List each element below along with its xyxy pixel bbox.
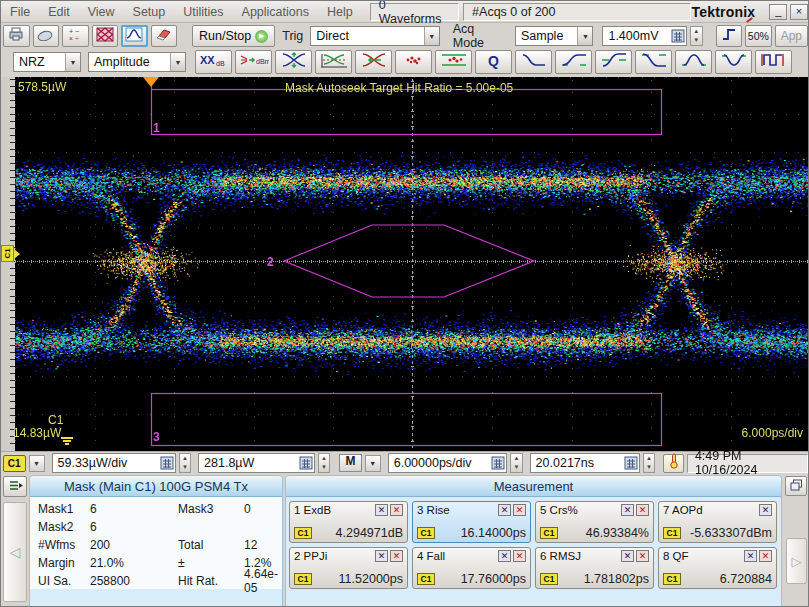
stats-icon[interactable]: ✕ [498, 550, 511, 562]
panel-collapse-button[interactable]: ◁ [3, 502, 27, 602]
jitter-pp-button[interactable] [395, 50, 432, 74]
mask-row-value: 200 [90, 538, 178, 552]
measurement-cell-qf[interactable]: 8 QF✕✕ C16.720884 [658, 547, 777, 589]
panel-copy-button[interactable] [785, 476, 807, 496]
horizontal-scale-spinner[interactable]: ▲▼ [510, 453, 522, 473]
mask-row-value: 12 [244, 538, 278, 552]
mask-panel-title[interactable]: Mask (Main C1) 100G PSM4 Tx [30, 476, 282, 497]
keypad-icon[interactable] [624, 456, 638, 470]
measurement-toolbar: NRZ ▼ Amplitude ▼ XXdB dBm Q [1, 49, 809, 77]
timebase-badge[interactable]: M [339, 454, 362, 472]
trigger-level-spinner[interactable]: ▲▼ [690, 26, 703, 46]
stats-icon[interactable]: ✕ [759, 504, 772, 516]
measurement-cell-fall[interactable]: 4 Fall✕✕ C117.76000ps [412, 547, 531, 589]
acquisition-count: #Acqs 0 of 200 [463, 3, 691, 21]
mask-row-label: Margin [38, 556, 90, 570]
acq-mode-select[interactable]: Sample ▼ [515, 26, 593, 46]
measurement-cell-rise[interactable]: 3 Rise✕✕ C116.14000ps [412, 501, 531, 543]
timebase-dropdown[interactable]: ▼ [365, 455, 381, 472]
channel-select-badge[interactable]: C1 [3, 455, 26, 472]
trigger-position-marker[interactable] [143, 77, 159, 87]
menu-help[interactable]: Help [318, 5, 362, 19]
menu-setup[interactable]: Setup [124, 5, 175, 19]
channel-dropdown[interactable]: ▼ [29, 455, 45, 472]
close-button[interactable]: × [790, 4, 808, 20]
annotation-icon[interactable]: ✕ [390, 550, 403, 562]
vertical-scale-input[interactable]: 59.33µW/div [52, 453, 176, 473]
app-button[interactable]: App [775, 25, 808, 47]
channel-reference-marker[interactable]: C1 [1, 245, 14, 262]
measurement-cell-aopd[interactable]: 7 AOPd✕ C1-5.633307dBm [658, 501, 777, 543]
fall-time-button[interactable] [515, 50, 552, 74]
q-factor-button[interactable]: Q [475, 50, 512, 74]
ext-ratio-db-button[interactable]: XXdB [195, 50, 232, 74]
pos-pulse-button[interactable] [675, 50, 712, 74]
menu-view[interactable]: View [79, 5, 124, 19]
svg-text:+ −: + − [69, 28, 79, 35]
stats-icon[interactable]: ✕ [621, 550, 634, 562]
crossing-percent-button[interactable] [315, 50, 352, 74]
panel-expand-button[interactable]: ▷ [786, 538, 807, 584]
stats-icon[interactable]: ✕ [498, 504, 511, 516]
positive-pulse-icon [680, 52, 708, 72]
annotation-icon[interactable]: ✕ [513, 504, 526, 516]
jitter-rms-button[interactable] [435, 50, 472, 74]
annotation-icon[interactable]: ✕ [759, 550, 772, 562]
copy-screen-button[interactable] [33, 25, 60, 47]
menu-file[interactable]: File [1, 5, 39, 19]
annotation-icon[interactable]: ✕ [513, 550, 526, 562]
eye-width-button[interactable] [355, 50, 392, 74]
avg-optical-power-button[interactable]: dBm [235, 50, 272, 74]
measurement-panel-title[interactable]: Measurement [286, 476, 781, 497]
measurement-cell-exdb[interactable]: 1 ExdB✕✕ C14.294971dB [289, 501, 408, 543]
stats-icon[interactable]: ✕ [375, 504, 388, 516]
print-button[interactable] [3, 25, 30, 47]
measure-category-select[interactable]: Amplitude ▼ [88, 52, 186, 72]
keypad-icon[interactable] [299, 456, 313, 470]
set-to-50pct-button[interactable]: 50% [745, 25, 772, 47]
measurement-cell-rmsj[interactable]: 6 RMSJ✕✕ C11.781802ps [535, 547, 654, 589]
keypad-icon[interactable] [160, 456, 174, 470]
annotation-icon[interactable]: ✕ [636, 550, 649, 562]
horizontal-position-spinner[interactable]: ▲▼ [643, 453, 655, 473]
horizontal-position-input[interactable]: 20.0217ns [530, 453, 640, 473]
vertical-offset-input[interactable]: 281.8µW [198, 453, 315, 473]
neg-pulse-button[interactable] [715, 50, 752, 74]
menu-applications[interactable]: Applications [233, 5, 318, 19]
run-stop-button[interactable]: Run/Stop ▶ [192, 25, 275, 47]
vertical-offset-spinner[interactable]: ▲▼ [318, 453, 330, 473]
rise-time-mid-ref-button[interactable] [595, 50, 632, 74]
menu-edit[interactable]: Edit [39, 5, 79, 19]
temperature-button[interactable] [663, 454, 684, 473]
keypad-icon[interactable] [491, 456, 505, 470]
trigger-level-input[interactable]: 1.400mV [602, 26, 686, 46]
trigger-slope-button[interactable] [716, 25, 743, 47]
measurement-cell-crs[interactable]: 5 Crs%✕✕ C146.93384% [535, 501, 654, 543]
stats-icon[interactable]: ✕ [621, 504, 634, 516]
measurement-label: 8 QF [663, 550, 742, 562]
minimize-button[interactable]: _ [769, 4, 787, 20]
mask3-label: 3 [153, 430, 160, 444]
stats-icon[interactable]: ✕ [375, 550, 388, 562]
annotation-icon[interactable]: ✕ [636, 504, 649, 516]
measurement-value: 17.76000ps [435, 572, 526, 586]
panel-toolbox-button[interactable] [3, 476, 27, 497]
stats-icon[interactable]: ✕ [744, 550, 757, 562]
signal-type-select[interactable]: NRZ ▼ [13, 52, 81, 72]
trigger-source-select[interactable]: Direct ▼ [310, 26, 439, 46]
horizontal-scale-input[interactable]: 6.00000ps/div [388, 453, 508, 473]
mask-test-button[interactable] [92, 25, 119, 47]
fall-time-top-ref-button[interactable] [635, 50, 672, 74]
math-setup-button[interactable]: + −× ÷ [62, 25, 89, 47]
waveform-database-button[interactable] [121, 25, 148, 47]
clear-data-button[interactable] [151, 25, 178, 47]
bit-rate-button[interactable] [755, 50, 792, 74]
vertical-scale-spinner[interactable]: ▲▼ [179, 453, 191, 473]
eye-height-button[interactable] [275, 50, 312, 74]
measurement-cell-ppji[interactable]: 2 PPJi✕✕ C111.52000ps [289, 547, 408, 589]
source-badge: C1 [294, 573, 312, 585]
keypad-icon[interactable] [671, 29, 685, 43]
menu-utilities[interactable]: Utilities [174, 5, 232, 19]
rise-time-low-ref-button[interactable] [555, 50, 592, 74]
annotation-icon[interactable]: ✕ [390, 504, 403, 516]
